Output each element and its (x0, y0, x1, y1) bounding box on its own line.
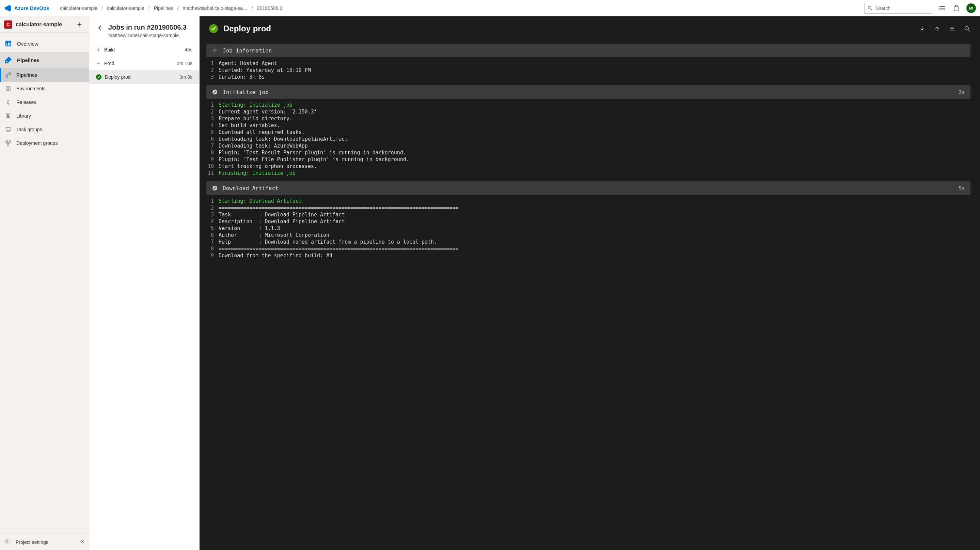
search-box[interactable] (864, 3, 932, 14)
log-line-text: Agent: Hosted Agent (219, 60, 277, 67)
job-duration: 3m 8s (180, 74, 192, 80)
log-line-number: 9 (204, 156, 219, 163)
work-items-icon[interactable] (939, 5, 946, 11)
log-line: 7Help : Download named artifact from a p… (204, 239, 970, 246)
project-settings[interactable]: Project settings (0, 534, 89, 550)
log-line-text: Prepare build directory. (219, 115, 293, 122)
log-line: 4Description : Download Pipeline Artifac… (204, 218, 970, 225)
log-line-text: Version : 1.1.3 (219, 225, 280, 232)
shopping-bag-icon[interactable] (953, 5, 959, 11)
log-line: 6Author : Microsoft Corporation (204, 232, 970, 239)
pipelines-sub-icon (5, 71, 11, 79)
log-section-header[interactable]: Download Artifact5s (206, 181, 970, 195)
nav-sub-library[interactable]: Library (0, 109, 89, 123)
nav-sub-task-groups[interactable]: Task groups (0, 123, 89, 136)
svg-rect-8 (10, 43, 11, 45)
svg-line-1 (871, 9, 872, 10)
user-avatar[interactable]: MI (966, 3, 976, 13)
stage-row-prod[interactable]: Prod 3m 10s (89, 57, 199, 70)
releases-icon (5, 98, 11, 106)
log-line-number: 7 (204, 239, 219, 246)
arrow-up-icon (934, 26, 940, 32)
log-line: 3Prepare build directory. (204, 115, 970, 122)
log-line: 1Agent: Hosted Agent (204, 60, 970, 67)
breadcrumb-item[interactable]: Pipelines (154, 5, 173, 11)
nav-pipelines-section[interactable]: Pipelines (0, 52, 89, 68)
svg-rect-17 (6, 128, 10, 131)
search-input[interactable] (875, 5, 929, 11)
log-line-number: 3 (204, 73, 219, 80)
log-line: 4Set build variables. (204, 122, 970, 129)
log-line-text: Duration: 3m 8s (219, 73, 264, 80)
breadcrumb-item[interactable]: calculator-sample (60, 5, 98, 11)
chevron-down-icon (96, 62, 101, 65)
svg-rect-6 (6, 44, 8, 46)
nav-label: Deployment groups (16, 140, 57, 146)
nav-label: Library (16, 113, 31, 119)
search-icon (964, 26, 970, 32)
log-section-header[interactable]: Job information (206, 44, 970, 57)
log-line-text: Plugin: 'Test Result Parser plugin' is r… (219, 149, 406, 156)
back-button[interactable] (96, 24, 104, 32)
gear-icon (212, 47, 218, 54)
nav-sub-pipelines[interactable]: Pipelines (0, 68, 89, 82)
log-line-number: 10 (204, 163, 219, 170)
svg-point-4 (939, 10, 940, 10)
nav-label: Project settings (16, 539, 48, 545)
log-line: 11Finishing: Initialize job (204, 170, 970, 177)
log-section-header[interactable]: Initialize job2s (206, 85, 970, 99)
nav-overview[interactable]: Overview (0, 35, 89, 52)
stage-duration: 45s (185, 47, 192, 53)
svg-rect-13 (8, 86, 10, 91)
log-section-label: Job information (223, 47, 960, 54)
scroll-top-button[interactable] (934, 25, 940, 32)
nav-label: Pipelines (16, 72, 37, 78)
breadcrumb-sep: / (251, 5, 253, 11)
log-line-number: 1 (204, 60, 219, 67)
log-line-number: 2 (204, 108, 219, 115)
stage-label: Prod (104, 61, 173, 66)
topbar-actions: MI (939, 3, 976, 13)
svg-rect-10 (6, 76, 8, 77)
log-line-number: 1 (204, 198, 219, 204)
log-title: Deploy prod (223, 24, 913, 33)
log-scroll[interactable]: Job information1Agent: Hosted Agent2Star… (200, 41, 980, 550)
log-line-text: Downloading task: DownloadPipelineArtifa… (219, 136, 348, 142)
log-line-text: ========================================… (219, 204, 458, 211)
left-nav: C calculator-sample Overview Pipelines (0, 16, 89, 550)
job-row-deploy-prod[interactable]: Deploy prod 3m 8s (89, 70, 199, 84)
nav-sub-environments[interactable]: Environments (0, 82, 89, 96)
check-circle-icon (212, 89, 218, 95)
log-line: 1Starting: Initialize job (204, 102, 970, 108)
project-name: calculator-sample (16, 21, 74, 28)
toggle-wrap-button[interactable] (949, 25, 956, 32)
svg-point-21 (6, 541, 8, 542)
project-header[interactable]: C calculator-sample (0, 16, 89, 33)
log-section-duration: 2s (959, 89, 965, 96)
log-line: 1Starting: Download Artifact (204, 198, 970, 204)
search-log-button[interactable] (964, 25, 970, 32)
lines-icon (949, 26, 955, 32)
log-line-text: Help : Download named artifact from a pi… (219, 239, 437, 246)
log-section-body: 1Starting: Initialize job2Current agent … (204, 101, 970, 179)
svg-point-2 (939, 6, 940, 7)
download-log-button[interactable] (919, 25, 926, 32)
nav-sub-releases[interactable]: Releases (0, 96, 89, 109)
log-line: 7Downloading task: AzureWebApp (204, 142, 970, 149)
brand-logo[interactable]: Azure DevOps (4, 5, 49, 12)
project-chip: C (4, 21, 12, 29)
breadcrumb-item[interactable]: matthewisabel.calc-stage-sa… (183, 5, 248, 11)
nav-label: Task groups (16, 127, 42, 132)
chevron-right-icon (96, 48, 101, 51)
stage-row-build[interactable]: Build 45s (89, 43, 199, 57)
log-line-number: 1 (204, 102, 219, 108)
add-button[interactable] (74, 19, 85, 30)
svg-rect-7 (8, 42, 9, 45)
collapse-nav-icon[interactable] (80, 539, 85, 545)
log-line-text: Finishing: Initialize job (219, 170, 296, 177)
log-line-text: Start tracking orphan processes. (219, 163, 317, 170)
breadcrumb-item[interactable]: calculator-sample (107, 5, 145, 11)
nav-sub-deployment-groups[interactable]: Deployment groups (0, 136, 89, 150)
breadcrumb-item[interactable]: 20190506.3 (257, 5, 282, 11)
log-line-text: Started: Yesterday at 10:19 PM (219, 67, 311, 73)
